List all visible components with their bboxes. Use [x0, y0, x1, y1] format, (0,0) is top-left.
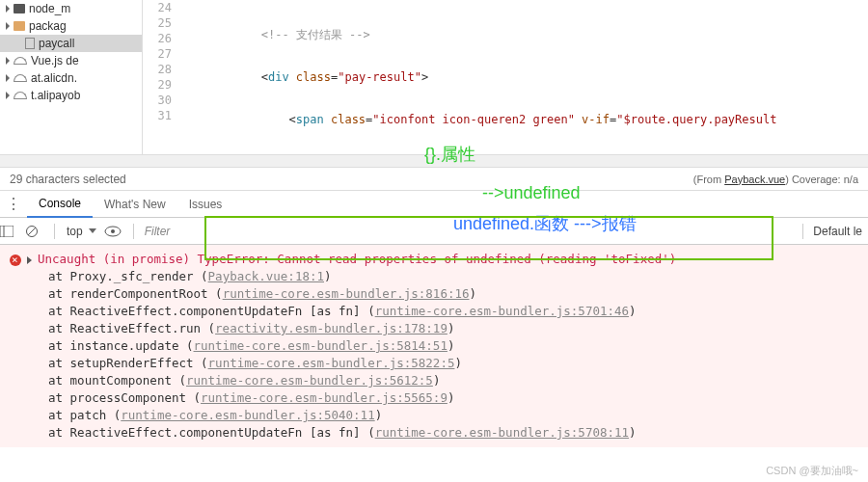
- val: $route.query.payResult: [623, 113, 776, 126]
- error-icon: [10, 254, 21, 266]
- p: ): [448, 338, 455, 353]
- stack-line: at ReactiveEffect.componentUpdateFn [as …: [10, 303, 858, 320]
- status-bar: 29 characters selected (From Payback.vue…: [0, 168, 868, 191]
- stack-link[interactable]: runtime-core.esm-bundler.js:5814:51: [194, 338, 448, 353]
- stack-line: at ReactiveEffect.run (reactivity.esm-bu…: [10, 320, 858, 337]
- at: at instance.update (: [48, 338, 194, 353]
- chevron-right-icon: [6, 57, 10, 65]
- chevron-down-icon: [89, 228, 96, 233]
- explorer-label: packag: [29, 19, 67, 33]
- at: at renderComponentRoot (: [48, 286, 223, 301]
- loglevel-select[interactable]: Default le: [807, 225, 868, 238]
- from: (From: [693, 174, 724, 185]
- p: ): [470, 286, 477, 301]
- at: at setupRenderEffect (: [48, 356, 208, 370]
- lineno: 30: [143, 93, 172, 108]
- at: at ReactiveEffect.run (: [48, 321, 215, 335]
- sp: [177, 113, 289, 126]
- tag: div: [268, 70, 289, 84]
- stack-link[interactable]: runtime-core.esm-bundler.js:5612:5: [186, 373, 433, 388]
- stack-link[interactable]: Payback.vue:18:1: [208, 269, 324, 283]
- separator: [133, 224, 134, 239]
- explorer-item-node[interactable]: node_m: [0, 0, 142, 17]
- lineno: 31: [143, 108, 172, 123]
- stack-link[interactable]: runtime-core.esm-bundler.js:5565:9: [201, 390, 448, 405]
- at: at mountComponent (: [48, 373, 186, 388]
- chevron-right-icon: [6, 74, 10, 82]
- selection-status: 29 characters selected: [10, 173, 693, 186]
- folder-icon: [14, 4, 25, 13]
- p: ): [448, 321, 455, 335]
- stack-link[interactable]: runtime-core.esm-bundler.js:5701:46: [375, 304, 629, 318]
- explorer-item-paycall[interactable]: paycall: [0, 35, 142, 52]
- explorer-label: paycall: [39, 37, 74, 50]
- source-link[interactable]: Payback.vue: [724, 174, 785, 185]
- code-editor[interactable]: <!-- 支付结果 --> <div class="pay-result"> <…: [177, 0, 868, 154]
- tab-console[interactable]: Console: [27, 191, 93, 218]
- lineno: 24: [143, 0, 172, 15]
- lineno: 28: [143, 62, 172, 77]
- explorer-item-alicdn[interactable]: at.alicdn.: [0, 69, 142, 87]
- at: at processComponent (: [48, 390, 201, 405]
- select-value: top: [67, 225, 83, 238]
- at: at ReactiveEffect.componentUpdateFn [as …: [48, 425, 375, 440]
- stack-link[interactable]: runtime-core.esm-bundler.js:5708:11: [375, 425, 629, 440]
- more-icon[interactable]: ⋮: [0, 195, 27, 213]
- annotation-box: [204, 216, 773, 260]
- devtools-tabs: ⋮ Console What's New Issues: [0, 191, 868, 218]
- explorer-label: t.alipayob: [31, 89, 80, 102]
- explorer-label: node_m: [29, 2, 70, 15]
- stack-line: at processComponent (runtime-core.esm-bu…: [10, 389, 858, 407]
- val: iconfont icon-queren2 green: [380, 113, 568, 126]
- stack-link[interactable]: runtime-core.esm-bundler.js:816:16: [223, 286, 470, 301]
- file-explorer: node_m packag paycall Vue.js de at.alicd…: [0, 0, 143, 154]
- p: ): [629, 304, 637, 318]
- stack-line: at instance.update (runtime-core.esm-bun…: [10, 337, 858, 355]
- chevron-right-icon: [6, 22, 10, 30]
- cloud-icon: [14, 74, 27, 82]
- cloud-icon: [14, 57, 27, 65]
- p: ): [375, 408, 383, 422]
- tag: span: [296, 113, 324, 126]
- attr: class: [296, 70, 331, 84]
- stack-link[interactable]: runtime-core.esm-bundler.js:5822:5: [208, 356, 455, 370]
- chevron-right-icon: [6, 5, 10, 13]
- attr: class: [331, 113, 366, 126]
- clear-console-icon[interactable]: [25, 225, 50, 238]
- coverage-status: (From Payback.vue) Coverage: n/a: [693, 174, 858, 185]
- folder-icon: [14, 21, 25, 31]
- sp: [177, 70, 261, 84]
- svg-rect-0: [0, 226, 14, 237]
- stack-line: at Proxy._sfc_render (Payback.vue:18:1): [10, 268, 858, 285]
- context-select[interactable]: top: [59, 225, 104, 238]
- lineno: 26: [143, 31, 172, 46]
- p: ): [433, 373, 441, 388]
- stack-line: at mountComponent (runtime-core.esm-bund…: [10, 372, 858, 389]
- svg-point-5: [111, 229, 115, 233]
- explorer-item-vuejs[interactable]: Vue.js de: [0, 52, 142, 69]
- explorer-item-alipay[interactable]: t.alipayob: [0, 87, 142, 104]
- toggle-sidebar-icon[interactable]: [0, 226, 25, 237]
- console-output: Uncaught (in promise) TypeError: Cannot …: [0, 245, 868, 447]
- stack-line: at ReactiveEffect.componentUpdateFn [as …: [10, 424, 858, 442]
- stack-line: at setupRenderEffect (runtime-core.esm-b…: [10, 355, 858, 372]
- tab-whatsnew[interactable]: What's New: [93, 192, 177, 217]
- explorer-item-pack[interactable]: packag: [0, 17, 142, 35]
- horizontal-scrollbar[interactable]: [0, 154, 868, 168]
- lineno: 29: [143, 77, 172, 93]
- stack-link[interactable]: reactivity.esm-bundler.js:178:19: [215, 321, 448, 335]
- watermark: CSDN @要加油哦~: [766, 464, 858, 478]
- stack-link[interactable]: runtime-core.esm-bundler.js:5040:11: [121, 408, 374, 422]
- attr: v-if: [582, 113, 610, 126]
- tab-issues[interactable]: Issues: [177, 192, 234, 217]
- p: ): [324, 269, 332, 283]
- live-expr-icon[interactable]: [104, 226, 129, 237]
- separator: [802, 224, 803, 239]
- line-gutter: 24 25 26 27 28 29 30 31: [143, 0, 177, 154]
- coverage: Coverage: n/a: [789, 174, 858, 185]
- lineno: 27: [143, 46, 172, 62]
- expand-icon[interactable]: [27, 256, 32, 264]
- at: at patch (: [48, 408, 121, 422]
- console-toolbar: top Filter Default le: [0, 218, 868, 245]
- p: ): [454, 356, 462, 370]
